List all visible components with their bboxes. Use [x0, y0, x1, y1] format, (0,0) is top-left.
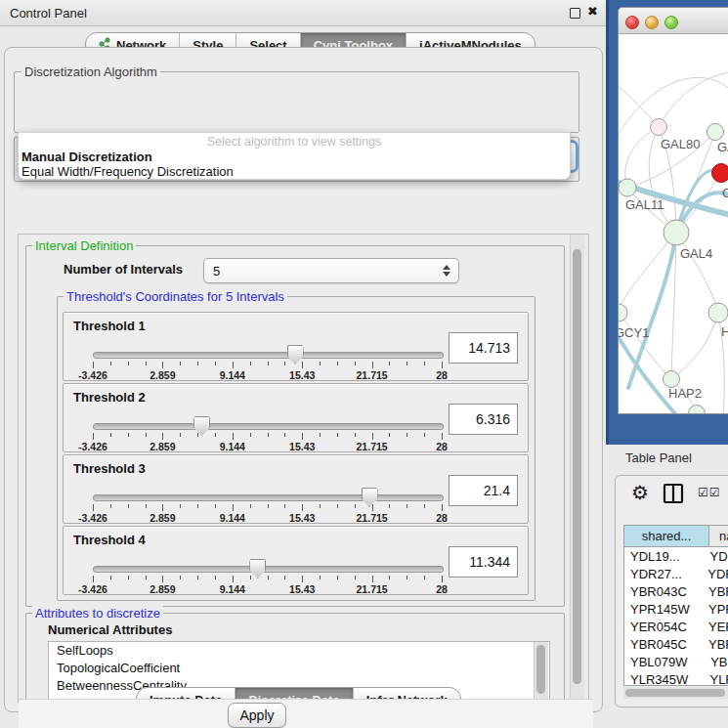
apply-bar: Apply — [19, 699, 593, 728]
table-row[interactable]: YBR043CYBR0 — [624, 582, 728, 600]
threshold-slider[interactable]: -3.4262.8599.14415.4321.71528 — [93, 560, 442, 591]
close-icon[interactable]: ✖ — [587, 4, 598, 19]
slider-tick — [180, 433, 181, 437]
control-panel-window: Control Panel ✖ Network Style Select Cyn… — [0, 0, 606, 728]
slider-tick-label: 28 — [436, 512, 448, 524]
slider-tick — [162, 362, 163, 368]
slider-tick-label: 2.859 — [150, 583, 175, 595]
interval-definition-group-title: Interval Definition — [32, 238, 136, 253]
slider-thumb-icon[interactable] — [193, 416, 210, 436]
float-window-icon[interactable] — [570, 8, 580, 19]
popup-placeholder-item[interactable]: Select algorithm to view settings — [19, 133, 570, 150]
slider-tick — [268, 576, 269, 579]
cell-name[interactable]: YER0 — [699, 620, 728, 634]
cell-shared-name[interactable]: YBL079W — [624, 655, 701, 669]
slider-tick-label: 15.43 — [289, 441, 315, 452]
popup-item-equal-width[interactable]: Equal Width/Frequency Discretization — [19, 164, 570, 179]
cell-shared-name[interactable]: YDR27... — [624, 567, 698, 581]
window-title: Control Panel — [10, 6, 87, 21]
frame-edge — [606, 0, 609, 445]
node-red-selected — [712, 164, 728, 183]
control-panel-titlebar: Control Panel ✖ — [0, 0, 606, 26]
attribute-list-item[interactable]: TopologicalCoefficient — [49, 660, 549, 677]
cell-name[interactable]: YDR2 — [698, 567, 728, 581]
slider-tick — [110, 433, 111, 437]
zoom-traffic-light[interactable] — [664, 16, 678, 29]
slider-thumb-icon[interactable] — [362, 488, 378, 507]
threshold-panel: Threshold 3 -3.4262.8599.14415.4321.7152… — [63, 454, 529, 524]
columns-icon[interactable] — [663, 483, 684, 508]
minimize-traffic-light[interactable] — [645, 16, 659, 29]
cell-shared-name[interactable]: YBR043C — [624, 584, 699, 599]
table-horizontal-scrollbar[interactable] — [623, 687, 728, 699]
slider-tick — [372, 576, 373, 582]
threshold-value-field[interactable]: 21.4 — [449, 475, 518, 506]
slider-tick — [302, 433, 303, 440]
cell-name[interactable]: YBR0 — [699, 637, 728, 652]
table-row[interactable]: YPR145WYPR1 — [624, 600, 728, 618]
threshold-value-field[interactable]: 11.344 — [449, 546, 518, 578]
settings-scrollbar[interactable] — [570, 235, 584, 702]
table-row[interactable]: YBR045CYBR0 — [624, 635, 728, 653]
table-row[interactable]: YBL079WYBL0 — [624, 653, 728, 670]
cell-shared-name[interactable]: YBR045C — [624, 637, 699, 652]
threshold-label: Threshold 4 — [73, 533, 146, 547]
attribute-list-item[interactable]: SelfLoops — [49, 642, 549, 660]
num-intervals-combobox[interactable]: 5 — [203, 258, 459, 283]
popup-item-manual-discretization[interactable]: Manual Discretization — [19, 150, 570, 164]
slider-thumb-icon[interactable] — [287, 345, 304, 364]
slider-tick — [215, 504, 216, 508]
threshold-panel: Threshold 4 -3.4262.8599.14415.4321.7152… — [63, 526, 529, 595]
slider-tick — [372, 504, 373, 511]
table-row[interactable]: YDR27...YDR2 — [624, 565, 728, 582]
slider-thumb-icon[interactable] — [249, 559, 266, 578]
column-header-name[interactable]: na — [709, 526, 728, 546]
threshold-value-field[interactable]: 6.316 — [449, 404, 518, 435]
threshold-slider[interactable]: -3.4262.8599.14415.4321.71528 — [93, 417, 442, 449]
slider-tick — [233, 504, 234, 511]
node-right-mid — [708, 303, 728, 322]
slider-track[interactable] — [93, 352, 444, 359]
cell-shared-name[interactable]: YDL19... — [624, 549, 700, 564]
column-header-shared-name[interactable]: shared... — [624, 526, 709, 546]
checkbox-filter-icon[interactable]: ☑☑ — [698, 486, 721, 499]
slider-tick — [215, 433, 216, 437]
table-row[interactable]: YER054CYER0 — [624, 618, 728, 635]
cell-name[interactable]: YDL1 — [700, 549, 728, 564]
node-label-gal80: GAL80 — [661, 137, 700, 151]
threshold-slider[interactable]: -3.4262.8599.14415.4321.71528 — [93, 489, 442, 520]
gear-icon[interactable]: ⚙ — [631, 481, 649, 504]
threshold-slider[interactable]: -3.4262.8599.14415.4321.71528 — [93, 346, 442, 377]
table-row[interactable]: YLR345WYLR3 — [624, 670, 728, 686]
cell-shared-name[interactable]: YPR145W — [624, 602, 699, 617]
threshold-value-field[interactable]: 14.713 — [449, 332, 518, 364]
slider-track[interactable] — [93, 494, 444, 501]
close-traffic-light[interactable] — [625, 16, 639, 29]
cell-shared-name[interactable]: YER054C — [624, 620, 699, 634]
slider-tick — [128, 362, 129, 365]
cell-name[interactable]: YBL0 — [701, 655, 728, 669]
cell-shared-name[interactable]: YLR345W — [624, 672, 700, 687]
attributes-list-scrollbar[interactable] — [534, 642, 548, 701]
network-canvas[interactable]: GAL80 GA C GAL11 GAL4 GCY1 H HAP2 — [619, 34, 728, 414]
network-frame: GAL80 GA C GAL11 GAL4 GCY1 H HAP2 — [606, 0, 728, 445]
node-attribute-table[interactable]: shared... na YDL19...YDL1YDR27...YDR2YBR… — [623, 525, 728, 686]
table-row[interactable]: YDL19...YDL1 — [624, 547, 728, 565]
slider-tick-label: -3.426 — [78, 369, 107, 381]
node-hap2 — [664, 371, 680, 388]
slider-tick — [320, 362, 321, 365]
slider-tick-label: -3.426 — [78, 512, 107, 524]
slider-track[interactable] — [93, 566, 444, 573]
slider-track[interactable] — [93, 423, 444, 430]
slider-tick — [128, 576, 129, 579]
slider-tick-label: 21.715 — [357, 369, 388, 381]
right-side-area: GAL80 GA C GAL11 GAL4 GCY1 H HAP2 Table … — [606, 0, 728, 728]
apply-button[interactable]: Apply — [228, 703, 286, 728]
slider-tick — [337, 576, 338, 579]
cell-name[interactable]: YLR3 — [700, 672, 728, 687]
cell-name[interactable]: YPR1 — [699, 602, 728, 617]
slider-tick — [146, 362, 147, 365]
node-gal80 — [651, 119, 667, 136]
cell-name[interactable]: YBR0 — [699, 584, 728, 599]
slider-tick — [442, 433, 443, 440]
